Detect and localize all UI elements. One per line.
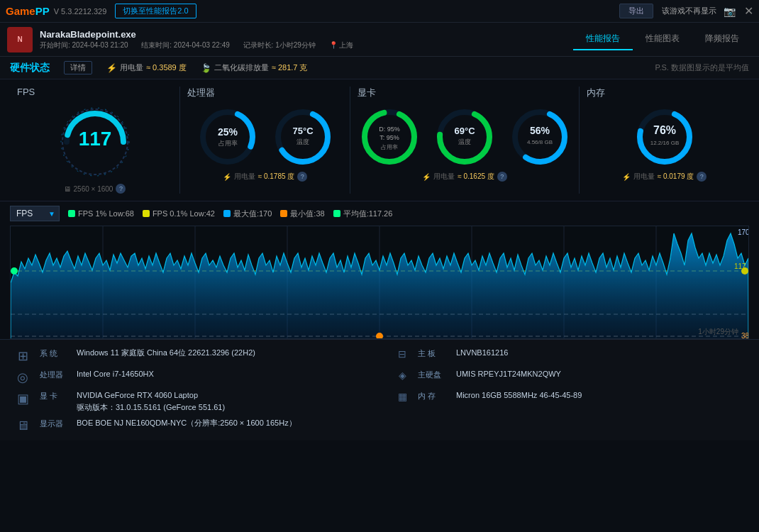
gpu-vram-gauge: 56% 4.56/8 GB bbox=[508, 105, 572, 169]
sysinfo-ssd-row: ◈ 主硬盘 UMIS RPEYJ1T24MKN2QWY bbox=[394, 368, 745, 385]
resolution-value: 2560 × 1600 bbox=[74, 185, 113, 193]
hw-power-stat: ⚡ 用电量 ≈ 0.3589 度 bbox=[106, 62, 187, 73]
svg-text:D: 95%: D: 95% bbox=[379, 126, 400, 133]
system-value: Windows 11 家庭版 China 64位 22621.3296 (22H… bbox=[77, 347, 255, 359]
svg-point-43 bbox=[741, 267, 748, 275]
display-icon: 🖥 bbox=[14, 419, 31, 433]
chart-metric-select[interactable]: FPS CPU GPU 内存 bbox=[10, 206, 60, 221]
legend-fps1pct: FPS 1% Low:68 bbox=[68, 209, 134, 218]
svg-text:76%: 76% bbox=[653, 124, 675, 136]
export-button[interactable]: 导出 bbox=[619, 4, 653, 18]
legend-max: 最大值:170 bbox=[223, 209, 272, 219]
fps-help-icon[interactable]: ? bbox=[116, 184, 126, 194]
close-icon[interactable]: ✕ bbox=[744, 4, 753, 18]
gpu-temp-gauge: 69°C 温度 bbox=[433, 105, 497, 169]
hw-title: 硬件状态 bbox=[10, 62, 50, 74]
monitor-icon: 🖥 bbox=[64, 185, 71, 193]
cpu-temp-gauge: 75°C 温度 bbox=[271, 105, 335, 169]
end-time: 结束时间: 2024-04-03 22:49 bbox=[141, 41, 230, 49]
system-key: 系 统 bbox=[40, 348, 68, 359]
legend-label-min: 最小值:38 bbox=[290, 209, 324, 219]
gpu-sys-key: 显 卡 bbox=[40, 391, 68, 401]
svg-text:117: 117 bbox=[78, 128, 111, 150]
logo-pp: PP bbox=[35, 5, 50, 17]
svg-text:75°C: 75°C bbox=[292, 126, 314, 136]
power-icon: ⚡ bbox=[106, 63, 117, 73]
ssd-value: UMIS RPEYJ1T24MKN2QWY bbox=[456, 368, 561, 380]
tab-performance-chart[interactable]: 性能图表 bbox=[633, 28, 692, 50]
svg-text:占用率: 占用率 bbox=[381, 144, 398, 150]
tab-performance-report[interactable]: 性能报告 bbox=[573, 28, 633, 50]
ram-icon: ▦ bbox=[394, 391, 411, 402]
gpu-power-label: 用电量 bbox=[433, 172, 455, 182]
chart-area: FPS CPU GPU 内存 ▼ FPS 1% Low:68 FPS 0.1% … bbox=[0, 201, 759, 339]
sysinfo-gpu-row: ▣ 显 卡 NVIDIA GeForce RTX 4060 Laptop驱动版本… bbox=[14, 389, 365, 413]
legend-min: 最小值:38 bbox=[280, 209, 324, 219]
svg-text:69°C: 69°C bbox=[454, 126, 475, 136]
mem-section: 内存 76% 12.2/16 GB ⚡ 用电量 ≈ 0.0179 度 ? bbox=[580, 87, 749, 194]
display-value: BOE BOE NJ NE160QDM-NYC（分辨率:2560 × 1600 … bbox=[77, 417, 297, 429]
svg-text:38: 38 bbox=[741, 332, 748, 339]
cpu-section: 处理器 25% 占用率 75°C 温度 ⚡ 用电量 bbox=[180, 87, 350, 194]
sysinfo-ram-row: ▦ 内 存 Micron 16GB 5588MHz 46-45-45-89 bbox=[394, 389, 745, 413]
legend-dot-fps1pct bbox=[68, 210, 75, 217]
sysinfo-cpu-row: ◎ 处理器 Intel Core i7-14650HX bbox=[14, 368, 365, 385]
sysinfo-system-row: ⊞ 系 统 Windows 11 家庭版 China 64位 22621.329… bbox=[14, 347, 365, 364]
gauges-area: FPS 117 🖥 2560 × 1600 ? 处理器 25% bbox=[0, 79, 759, 201]
svg-text:占用率: 占用率 bbox=[218, 140, 237, 147]
svg-text:T: 95%: T: 95% bbox=[380, 134, 399, 141]
mem-power-value: ≈ 0.0179 度 bbox=[658, 172, 694, 182]
svg-text:温度: 温度 bbox=[297, 138, 309, 145]
cpu-sys-icon: ◎ bbox=[14, 370, 31, 385]
cpu-sys-value: Intel Core i7-14650HX bbox=[77, 368, 154, 380]
gpu-power-help-icon[interactable]: ? bbox=[497, 172, 507, 182]
gpu-sys-value: NVIDIA GeForce RTX 4060 Laptop驱动版本：31.0.… bbox=[77, 389, 225, 413]
legend-label-avg: 平均值:117.26 bbox=[343, 209, 393, 219]
gpu-power-value: ≈ 0.1625 度 bbox=[458, 172, 494, 182]
mem-title: 内存 bbox=[587, 87, 605, 99]
motherboard-key: 主 板 bbox=[418, 348, 443, 359]
sysinfo-motherboard-row: ⊟ 主 板 LNVNB161216 bbox=[394, 347, 745, 364]
svg-text:温度: 温度 bbox=[458, 138, 471, 145]
camera-icon[interactable]: 📷 bbox=[724, 6, 736, 17]
mem-power-info: ⚡ 用电量 ≈ 0.0179 度 ? bbox=[622, 172, 707, 182]
chart-toolbar: FPS CPU GPU 内存 ▼ FPS 1% Low:68 FPS 0.1% … bbox=[0, 201, 759, 226]
ssd-key: 主硬盘 bbox=[418, 370, 443, 380]
hw-power-label: 用电量 bbox=[120, 62, 143, 73]
sysinfo: ⊞ 系 统 Windows 11 家庭版 China 64位 22621.329… bbox=[0, 339, 759, 440]
chart-select-wrap: FPS CPU GPU 内存 ▼ bbox=[10, 206, 60, 221]
tab-throttle-report[interactable]: 降频报告 bbox=[692, 28, 752, 50]
cpu-usage-gauge: 25% 占用率 bbox=[196, 105, 260, 169]
hw-detail-button[interactable]: 详情 bbox=[64, 61, 92, 74]
logo-game: Game bbox=[6, 5, 35, 17]
gpu-title: 显卡 bbox=[358, 87, 376, 99]
svg-text:12.2/16 GB: 12.2/16 GB bbox=[650, 140, 678, 146]
gamebar: N NarakaBladepoint.exe 开始时间: 2024-04-03 … bbox=[0, 23, 759, 57]
hw-note: P.S. 数据图显示的是平均值 bbox=[655, 62, 749, 73]
ram-key: 内 存 bbox=[418, 391, 443, 401]
motherboard-value: LNVNB161216 bbox=[456, 347, 508, 359]
svg-text:25%: 25% bbox=[217, 126, 238, 138]
fps-resolution: 🖥 2560 × 1600 ? bbox=[64, 184, 126, 194]
legend-label-fps01pct: FPS 0.1% Low:42 bbox=[153, 209, 215, 218]
display-key: 显示器 bbox=[40, 419, 68, 429]
cpu-power-help-icon[interactable]: ? bbox=[297, 172, 307, 182]
cpu-power-label: 用电量 bbox=[234, 172, 255, 182]
mem-power-help-icon[interactable]: ? bbox=[697, 172, 707, 182]
fps-title: FPS bbox=[17, 87, 35, 97]
switch-report-button[interactable]: 切换至性能报告2.0 bbox=[115, 4, 196, 18]
system-icon: ⊞ bbox=[14, 348, 31, 364]
chart-duration: 1小时29分钟 bbox=[698, 327, 738, 337]
legend-label-max: 最大值:170 bbox=[233, 209, 272, 219]
svg-text:4.56/8 GB: 4.56/8 GB bbox=[527, 139, 553, 145]
game-info: NarakaBladepoint.exe 开始时间: 2024-04-03 21… bbox=[40, 29, 573, 50]
gpu-power-icon: ⚡ bbox=[422, 173, 431, 181]
hw-co2-label: 二氧化碳排放量 bbox=[214, 62, 269, 73]
hide-game-text: 该游戏不再显示 bbox=[662, 6, 716, 16]
start-time: 开始时间: 2024-04-03 21:20 bbox=[40, 41, 128, 49]
mem-power-icon: ⚡ bbox=[622, 173, 631, 181]
cpu-sys-key: 处理器 bbox=[40, 370, 68, 380]
hw-co2-stat: 🍃 二氧化碳排放量 ≈ 281.7 克 bbox=[201, 62, 308, 73]
cpu-power-value: ≈ 0.1785 度 bbox=[258, 172, 295, 182]
legend-fps01pct: FPS 0.1% Low:42 bbox=[143, 209, 215, 218]
